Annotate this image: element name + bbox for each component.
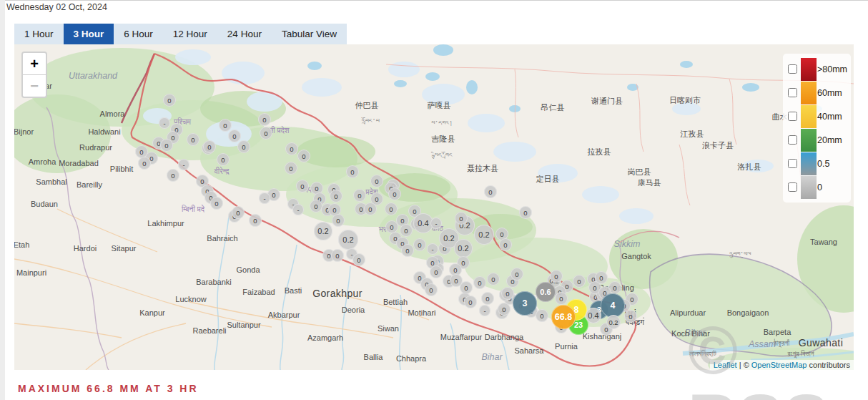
station-marker[interactable]: - <box>178 159 189 170</box>
station-marker[interactable]: 0.4 <box>586 308 601 323</box>
legend-checkbox[interactable] <box>788 182 797 192</box>
station-marker[interactable]: 0 <box>167 169 179 182</box>
station-marker[interactable]: 0 <box>330 190 342 203</box>
station-marker[interactable]: 0 <box>285 162 297 175</box>
station-marker[interactable]: 4 <box>601 293 625 318</box>
legend-row: 40mm <box>788 104 851 128</box>
station-marker[interactable]: 0 <box>210 197 223 210</box>
leaflet-link[interactable]: Leaflet <box>714 361 737 369</box>
station-marker[interactable]: 0 <box>499 238 512 251</box>
station-marker[interactable]: 0 <box>481 292 494 305</box>
station-marker[interactable]: 0.2 <box>474 225 494 245</box>
legend-color-swatch <box>801 129 817 152</box>
station-marker[interactable]: - <box>259 192 270 204</box>
station-marker[interactable]: 0 <box>550 270 563 283</box>
legend-checkbox[interactable] <box>788 64 797 74</box>
station-marker[interactable]: 0 <box>249 214 262 227</box>
legend-row: 60mm <box>788 81 851 104</box>
station-marker[interactable]: 0 <box>332 214 345 227</box>
openstreetmap-link[interactable]: OpenStreetMap <box>751 361 807 369</box>
station-marker[interactable]: 0 <box>138 157 151 170</box>
legend-checkbox[interactable] <box>788 112 797 121</box>
map-attribution: Leaflet | © OpenStreetMap contributors <box>710 360 854 370</box>
station-marker[interactable]: 0 <box>573 275 586 288</box>
zoom-control: + − <box>21 52 47 98</box>
station-marker[interactable]: 0 <box>217 153 230 166</box>
station-marker[interactable]: 0 <box>163 94 176 107</box>
attribution-suffix: contributors <box>807 361 850 369</box>
station-marker[interactable]: 0.6 <box>536 282 556 302</box>
legend-row: 0.5 <box>788 152 851 175</box>
station-marker[interactable]: 0 <box>624 310 637 323</box>
legend-checkbox[interactable] <box>788 159 797 168</box>
map-canvas[interactable]: UttarakhandSikkimBiharBiharAssamwarBijno… <box>14 44 854 370</box>
station-marker[interactable]: 0 <box>203 140 216 153</box>
legend-color-swatch <box>801 105 817 128</box>
station-marker[interactable]: 0 <box>413 238 426 251</box>
station-marker[interactable]: 0 <box>385 203 398 215</box>
station-marker[interactable]: 0 <box>353 189 366 202</box>
legend-label: 20mm <box>817 135 842 145</box>
station-marker[interactable]: 0.2 <box>606 315 621 329</box>
station-marker[interactable]: 0 <box>296 180 309 192</box>
station-marker[interactable]: 0 <box>555 292 568 305</box>
station-marker[interactable]: 0 <box>331 249 344 262</box>
station-marker[interactable]: 0.2 <box>314 222 332 240</box>
station-marker[interactable]: 0 <box>219 119 232 132</box>
zoom-out-button[interactable]: − <box>23 75 46 97</box>
station-marker[interactable]: 0 <box>297 150 310 162</box>
station-marker[interactable]: 0 <box>464 296 477 308</box>
station-marker[interactable]: 66.8 <box>551 305 576 329</box>
station-marker[interactable]: 0 <box>232 206 245 219</box>
station-marker[interactable]: 0 <box>370 175 383 187</box>
station-marker[interactable]: 0 <box>473 276 486 289</box>
station-marker[interactable]: 0 <box>260 127 272 140</box>
tab-12-hour[interactable]: 12 Hour <box>163 24 217 44</box>
legend-checkbox[interactable] <box>788 135 797 145</box>
station-marker[interactable]: - <box>479 305 490 316</box>
station-marker[interactable]: - <box>159 117 170 129</box>
station-marker[interactable]: 3 <box>513 291 537 316</box>
station-marker[interactable]: 0 <box>498 303 511 316</box>
legend-label: 60mm <box>817 88 842 98</box>
tab-tabular-view[interactable]: Tabular View <box>272 24 347 44</box>
station-marker[interactable]: 0 <box>455 212 468 225</box>
legend-checkbox[interactable] <box>788 88 797 97</box>
station-marker[interactable]: 0 <box>352 253 365 266</box>
station-marker[interactable]: 0 <box>401 244 414 257</box>
zoom-in-button[interactable]: + <box>23 53 46 75</box>
station-marker[interactable]: 0 <box>364 203 377 215</box>
station-marker[interactable]: 0 <box>511 268 523 281</box>
station-marker[interactable]: 0 <box>237 140 250 153</box>
station-marker[interactable]: 0.2 <box>338 230 358 250</box>
legend-label: 0 <box>817 182 822 192</box>
station-marker[interactable]: 0 <box>285 142 298 155</box>
station-marker[interactable]: 0 <box>519 206 532 219</box>
station-marker[interactable]: 0 <box>187 133 199 146</box>
station-marker[interactable]: 0 <box>487 273 500 286</box>
tab-1-hour[interactable]: 1 Hour <box>14 24 64 44</box>
page-top-border <box>0 0 868 1</box>
station-marker[interactable]: 0 <box>484 185 497 198</box>
maximum-rainfall-text: MAXIMUM 66.8 MM AT 3 HR <box>18 383 199 394</box>
station-marker[interactable]: 0 <box>388 187 401 200</box>
station-marker[interactable]: 0 <box>400 224 413 237</box>
tab-24-hour[interactable]: 24 Hour <box>217 24 272 44</box>
station-marker[interactable]: 0 <box>228 130 241 142</box>
station-marker[interactable]: 0 <box>160 139 173 152</box>
station-marker[interactable]: 0 <box>536 309 548 322</box>
tab-3-hour[interactable]: 3 Hour <box>64 24 114 44</box>
station-marker[interactable]: 0.2 <box>454 239 473 258</box>
legend-label: >80mm <box>817 64 847 74</box>
station-marker[interactable]: - <box>427 243 438 255</box>
legend-color-swatch <box>801 58 817 81</box>
station-marker[interactable]: 0 <box>425 283 438 296</box>
station-marker[interactable]: 0 <box>501 287 514 300</box>
station-marker[interactable]: - <box>292 204 304 215</box>
tab-6-hour[interactable]: 6 Hour <box>114 24 163 44</box>
attribution-separator: | © <box>737 361 751 369</box>
station-marker[interactable]: - <box>430 218 442 229</box>
station-marker[interactable]: 0 <box>430 265 443 278</box>
station-marker[interactable]: 0 <box>346 165 359 178</box>
station-marker[interactable]: 0 <box>258 113 271 126</box>
